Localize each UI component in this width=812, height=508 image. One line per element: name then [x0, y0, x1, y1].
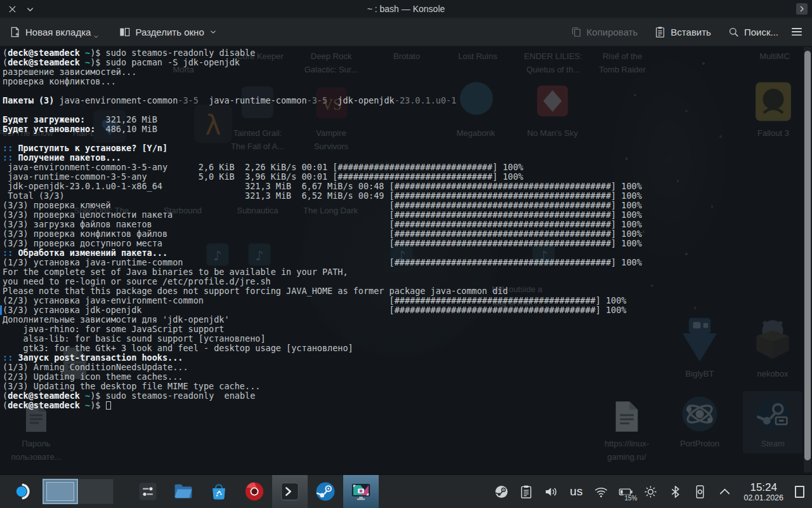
search-button[interactable]: Поиск... — [728, 26, 778, 38]
copy-icon — [570, 26, 582, 38]
panel-expand-icon[interactable] — [796, 3, 808, 15]
tray-expander[interactable] — [717, 485, 732, 499]
pager-window-thumb — [46, 482, 74, 501]
new-tab-label: Новая вкладка — [25, 27, 91, 37]
split-icon — [119, 26, 131, 38]
terminal-line: (deck@steamdeck ~)$ sudo pacman -S jdk-o… — [3, 58, 642, 67]
terminal-line: jdk-openjdk-23.0.1.u0-1-x86_64 321,3 MiB… — [3, 182, 642, 191]
search-icon — [728, 26, 740, 38]
taskbar-browser-button[interactable] — [237, 475, 272, 508]
desktop-2-cell[interactable] — [78, 479, 114, 504]
brightness-icon — [643, 485, 658, 499]
split-window-button[interactable]: Разделить окно — [119, 26, 217, 38]
settings-icon — [137, 481, 159, 502]
tray-brightness[interactable] — [643, 485, 658, 499]
desktop-1-cell[interactable] — [43, 479, 78, 504]
virtual-desktop-pager[interactable] — [43, 479, 114, 504]
terminal-line: (3/3) Updating the desktop file MIME typ… — [3, 382, 642, 391]
terminal-line: (2/3) установка java-environment-common … — [3, 296, 642, 305]
terminal-line: (3/3) проверка конфликтов файлов [######… — [3, 229, 642, 239]
terminal-cursor — [106, 401, 111, 410]
search-label: Поиск... — [744, 27, 778, 37]
hamburger-menu-icon[interactable] — [790, 25, 804, 39]
window-titlebar: ~ : bash — Konsole — [0, 0, 812, 18]
paste-label: Вставить — [671, 27, 711, 37]
terminal-line: (deck@steamdeck ~)$ — [3, 401, 642, 410]
scrollbar-thumb[interactable] — [804, 51, 811, 460]
terminal-line: (3/3) загрузка файлов пакетов [#########… — [3, 220, 642, 229]
terminal-line: Будет установлено: 486,10 MiB — [3, 124, 642, 134]
close-icon[interactable] — [7, 4, 18, 15]
new-tab-button[interactable]: Новая вкладка — [9, 24, 100, 40]
terminal-line: java-runtime-common-3-5-any 5,0 KiB 3,96… — [3, 172, 642, 182]
folder-icon — [173, 481, 194, 502]
tray-volume[interactable] — [544, 485, 558, 499]
taskbar-konsole-button[interactable] — [272, 475, 308, 508]
steam-app-icon — [315, 481, 336, 502]
terminal-line: java-rhino: for some JavaScript support — [3, 324, 642, 334]
terminal-line — [3, 134, 642, 144]
tray-network[interactable] — [594, 485, 608, 499]
clock-time: 15:24 — [743, 481, 783, 493]
terminal-line: (3/3) проверка доступного места [#######… — [3, 239, 642, 248]
clock[interactable]: 15:24 02.01.2026 — [743, 481, 783, 502]
steam-mono-icon — [494, 485, 509, 499]
copy-button[interactable]: Копировать — [570, 26, 638, 38]
terminal-line: (deck@steamdeck ~)$ sudo steamos-readonl… — [3, 48, 642, 58]
copy-label: Копировать — [587, 27, 638, 37]
terminal-line: :: Запуск post-transaction hooks... — [3, 353, 642, 363]
volume-icon — [544, 485, 558, 499]
screenshot-icon — [350, 481, 372, 502]
taskbar-steam-button[interactable] — [308, 475, 343, 508]
terminal-line: Total (3/3) 321,3 MiB 6,52 MiB/s 00:49 [… — [3, 191, 642, 201]
tray-clipboard[interactable] — [519, 485, 534, 499]
terminal-line: Дополнительные зависимости для 'jdk-open… — [3, 315, 642, 324]
clipboard-icon — [519, 485, 534, 499]
split-window-label: Разделить окно — [135, 27, 204, 37]
terminal-line: Please note that this package does not s… — [3, 286, 642, 296]
chev-down-icon — [93, 33, 100, 40]
show-desktop-button[interactable] — [795, 486, 804, 498]
terminal-line: java-environment-common-3-5-any 2,6 KiB … — [3, 163, 642, 172]
terminal-line: (3/3) установка jdk-openjdk [###########… — [3, 305, 642, 315]
tray-steam[interactable] — [494, 485, 509, 499]
terminal-line — [3, 86, 642, 96]
terminal-line: alsa-lib: for basic sound support [устан… — [3, 334, 642, 344]
terminal-output[interactable]: (deck@steamdeck ~)$ sudo steamos-readonl… — [3, 48, 642, 410]
taskbar-screenshot-tool-button[interactable] — [343, 475, 379, 508]
device-icon — [693, 485, 707, 499]
konsole-icon — [279, 481, 301, 502]
konsole-toolbar: Новая вкладкаРазделить окно КопироватьВс… — [0, 18, 812, 46]
window-title: ~ : bash — Konsole — [0, 4, 812, 14]
app-launcher-button[interactable] — [14, 482, 33, 501]
terminal-line: you need to re-login or source /etc/prof… — [3, 277, 642, 286]
taskbar-discover-button[interactable] — [201, 475, 237, 508]
taskbar-system-settings-button[interactable] — [130, 475, 166, 508]
paste-button[interactable]: Вставить — [654, 26, 711, 38]
chev-down-icon — [209, 27, 218, 36]
taskbar-file-manager-button[interactable] — [166, 475, 201, 508]
bluetooth-icon — [668, 485, 683, 499]
terminal-line: (3/3) проверка целостности пакета [#####… — [3, 210, 642, 220]
chevron-down-icon[interactable] — [25, 4, 36, 15]
battery-percent-badge: 15% — [623, 495, 638, 502]
browser-icon — [244, 481, 265, 502]
clock-date: 02.01.2026 — [743, 493, 783, 502]
caret-up-icon — [717, 485, 732, 499]
terminal-line: Пакеты (3) java-environment-common-3-5 j… — [3, 96, 642, 105]
tray-keyboard-layout[interactable]: us — [568, 485, 584, 498]
tray-battery[interactable]: 15% — [619, 485, 633, 499]
discover-icon — [208, 481, 230, 502]
taskbar-panel: us15% 15:24 02.01.2026 — [0, 474, 812, 508]
new-tab-icon — [9, 26, 21, 38]
terminal-line: :: Получение пакетов... — [3, 153, 642, 163]
terminal-line: (deck@steamdeck ~)$ sudo steamos-readonl… — [3, 391, 642, 401]
terminal-line: проверка конфликтов... — [3, 77, 642, 86]
tray-kdeconnect[interactable] — [693, 485, 707, 499]
terminal-line: (2/3) Updating icon theme caches... — [3, 372, 642, 382]
terminal-line: :: Приступить к установке? [Y/n] — [3, 144, 642, 153]
terminal-line: gtk3: for the Gtk+ 3 look and feel - des… — [3, 344, 642, 353]
screen: Core KeeperDeep RockGalactic: Sur...Brot… — [0, 0, 812, 508]
tray-bluetooth[interactable] — [668, 485, 683, 499]
terminal-line: (3/3) проверка ключей [#################… — [3, 201, 642, 210]
